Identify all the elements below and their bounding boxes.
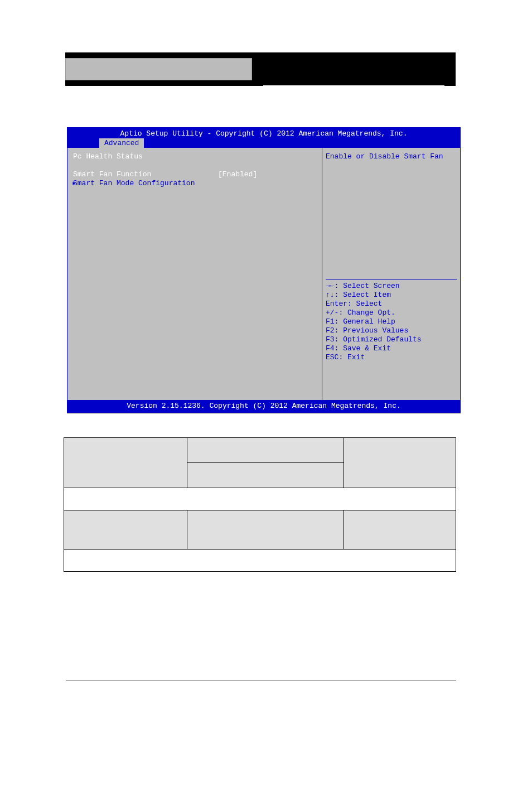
bios-body: Pc Health Status Smart Fan Function [Ena… [67,147,461,401]
key-optimized-defaults: F3: Optimized Defaults [326,335,457,344]
table-cell [64,510,187,550]
bios-main-panel: Pc Health Status Smart Fan Function [Ena… [67,148,322,400]
key-general-help: F1: General Help [326,317,457,326]
bios-title: Aptio Setup Utility - Copyright (C) 2012… [67,129,461,138]
table-cell [64,438,187,488]
table-row [64,550,456,572]
table-cell [187,463,344,488]
key-change-opt: +/-: Change Opt. [326,309,457,317]
page-header-bar [65,52,456,86]
reading-vdimm: Vdimm : +1.351 V [73,250,316,259]
header-right-underline [263,69,444,86]
reading-vcore: Vcore : +1.728 V [73,224,316,233]
v12v-label: V12V [73,233,218,242]
smart-fan-function-label: Smart Fan Function [73,170,218,179]
key-select-item: ↑↓: Select Item [326,291,457,300]
option-smart-fan-function[interactable]: Smart Fan Function [Enabled] [73,170,316,179]
section-title: Pc Health Status [73,152,218,161]
vdimm-value: : +1.351 V [218,250,262,259]
cpu-fan-label: CPU Fan Speed [73,215,218,224]
bios-sidebar: Enable or Disable Smart Fan →←: Select S… [322,148,460,400]
sys-temp1-label: System temperature [73,188,218,197]
table-row [64,438,456,463]
reading-v12v: V12V : +11.666 V [73,233,316,242]
bios-window: Aptio Setup Utility - Copyright (C) 2012… [67,127,461,414]
cpu-temp-label: CPU temperature [73,206,218,215]
reading-sys-temp-1: System temperature : +32 ℃ [73,188,316,197]
vcore-value: : +1.728 V [218,224,262,233]
v12v-value: : +11.666 V [218,233,266,242]
reading-sys-temp-2: System temperature : +32 ℃ [73,197,316,206]
sys-temp2-label: System temperature [73,197,218,206]
tab-advanced[interactable]: Advanced [99,138,144,148]
vbat-label: VBAT [73,259,218,268]
table-row [64,510,456,550]
submenu-arrow-icon: ▸ [72,179,76,188]
table-cell [64,550,456,572]
smart-fan-function-value: [Enabled] [218,170,257,179]
cpu-fan-value: : 4885 RPM [218,215,262,224]
help-divider [326,279,457,279]
bios-titlebar: Aptio Setup Utility - Copyright (C) 2012… [67,127,461,147]
options-table [64,437,456,572]
cpu-temp-value: : +36 ℃ [218,206,253,215]
vcore-label: Vcore [73,224,218,233]
footer-divider [66,681,456,681]
smart-fan-mode-config-label: Smart Fan Mode Configuration [73,179,218,188]
key-select-screen: →←: Select Screen [326,282,457,291]
sys-temp2-value: : +32 ℃ [218,197,253,206]
key-esc-exit: ESC: Exit [326,353,457,362]
bios-footer: Version 2.15.1236. Copyright (C) 2012 Am… [67,401,461,413]
sys-temp1-value: : +32 ℃ [218,188,253,197]
reading-vbat: VBAT : +3.219 V [73,259,316,268]
reading-cpu-fan: CPU Fan Speed : 4885 RPM [73,215,316,224]
vbat-value: : +3.219 V [218,259,262,268]
bios-key-help: →←: Select Screen ↑↓: Select Item Enter:… [326,282,457,362]
v5v-label: V5V [73,242,218,250]
key-previous-values: F2: Previous Values [326,326,457,335]
table-cell [187,510,344,550]
key-enter: Enter: Select [326,300,457,309]
table-cell [344,510,456,550]
key-save-exit: F4: Save & Exit [326,344,457,353]
table-cell [344,438,456,488]
v5v-value: : +5.101 V [218,242,262,250]
header-left-block [65,58,252,80]
table-row [64,488,456,510]
bios-help-text: Enable or Disable Smart Fan [326,152,457,161]
submenu-smart-fan-mode[interactable]: ▸ Smart Fan Mode Configuration [73,179,316,188]
table-cell [187,438,344,463]
reading-cpu-temp: CPU temperature : +36 ℃ [73,206,316,215]
reading-v5v: V5V : +5.101 V [73,242,316,250]
vdimm-label: Vdimm [73,250,218,259]
table-cell [64,488,456,510]
